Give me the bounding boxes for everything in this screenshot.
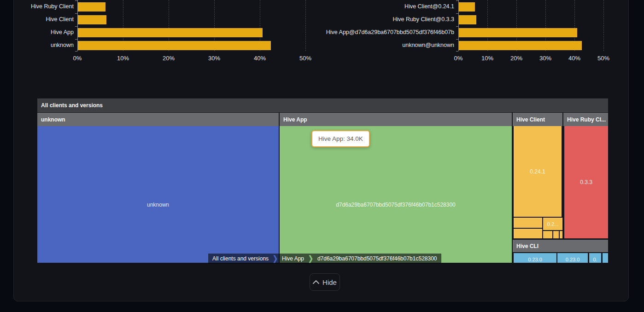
x-axis-tick-label: 50%: [590, 55, 617, 62]
treemap-cell-hive-client[interactable]: 0.2...: [543, 218, 562, 230]
tooltip-text: Hive App: 34.0K: [318, 135, 363, 142]
axis-tick: [456, 13, 458, 14]
treemap-tooltip: Hive App: 34.0K: [311, 130, 370, 147]
gridline: [603, 0, 604, 51]
chevron-right-icon: ❯: [273, 252, 278, 265]
chevron-right-icon: ❯: [308, 252, 313, 265]
treemap-cell-hive-client[interactable]: [514, 229, 542, 238]
axis-tick: [456, 39, 458, 40]
treemap-group-header-hive-cli[interactable]: Hive CLI: [513, 240, 608, 252]
axis-tick: [456, 0, 458, 1]
chevron-up-icon: [313, 280, 319, 284]
treemap-cell-unknown[interactable]: unknown: [37, 126, 279, 263]
treemap-cell-hive-client[interactable]: 0.24.1: [514, 126, 562, 217]
dashboard-page: 0%10%20%30%40%50%Hive Ruby ClientHive Cl…: [0, 0, 644, 312]
category-label: Hive Client@0.24.1: [307, 3, 454, 10]
treemap-cell-hive-cli[interactable]: 0.23.0: [557, 253, 588, 263]
treemap-cell-hive-cli[interactable]: 0.: [589, 253, 601, 263]
bar-unknown-unknown[interactable]: [459, 41, 582, 50]
treemap-cell-hive-client[interactable]: [514, 218, 542, 228]
treemap-cell-hive-ruby-cl[interactable]: 0.3.3: [564, 126, 608, 238]
bar-hive-client-0-24-1[interactable]: [459, 2, 475, 12]
breadcrumb-item-root[interactable]: All clients and versions: [208, 254, 273, 264]
axis-tick: [456, 51, 458, 52]
bar-hive-ruby-client-0-3-3[interactable]: [459, 15, 476, 24]
bar-hive-app-d7d6a29ba6707bbd5075df376f46b07b[interactable]: [459, 28, 577, 37]
hide-button-label: Hide: [322, 278, 337, 286]
treemap-group-header-hive-ruby-cl[interactable]: Hive Ruby Cl...: [563, 113, 608, 126]
category-label: Hive App@d7d6a29ba6707bbd5075df376f46b07…: [307, 29, 454, 35]
treemap-all-clients-and-versions: All clients and versionsunknownunknownHi…: [37, 98, 608, 263]
breadcrumb-item-hive-app[interactable]: Hive App: [278, 254, 308, 264]
treemap-group-header-hive-app[interactable]: Hive App: [280, 113, 512, 126]
x-axis-tick-label: 30%: [532, 55, 559, 62]
treemap-cell-hive-cli[interactable]: 0.23.0: [514, 253, 556, 263]
x-axis-tick-label: 10%: [474, 55, 501, 62]
category-label: unknown@unknown: [307, 42, 454, 48]
treemap-cell-hive-cli[interactable]: [603, 253, 608, 263]
x-axis-tick-label: 0%: [445, 55, 472, 62]
breadcrumb-item-version-hash[interactable]: d7d6a29ba6707bbd5075df376f46b07b1c528300: [313, 254, 441, 264]
treemap-group-header-hive-client[interactable]: Hive Client: [513, 113, 562, 126]
x-axis-tick-label: 40%: [561, 55, 588, 62]
hide-button[interactable]: Hide: [310, 273, 340, 291]
treemap-root-header[interactable]: All clients and versions: [37, 98, 608, 112]
treemap-cell-hive-client[interactable]: [543, 231, 552, 238]
treemap-group-header-unknown[interactable]: unknown: [37, 113, 279, 126]
treemap-cell-hive-client[interactable]: [560, 231, 562, 238]
breadcrumb: All clients and versions ❯ Hive App ❯ d7…: [208, 254, 441, 264]
category-label: Hive Ruby Client@0.3.3: [307, 16, 454, 23]
x-axis-tick-label: 20%: [503, 55, 530, 62]
axis-tick: [456, 26, 458, 27]
treemap-cell-hive-client[interactable]: [553, 231, 559, 238]
